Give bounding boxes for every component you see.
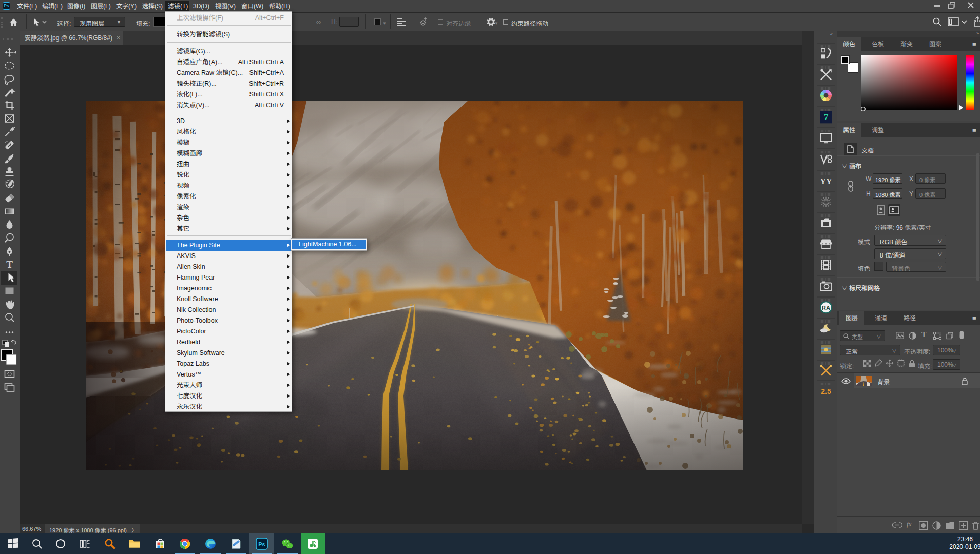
svg-text:YY: YY: [820, 177, 832, 186]
svg-text:Ps: Ps: [258, 541, 265, 547]
svg-text:7: 7: [824, 112, 829, 122]
svg-text:T: T: [6, 259, 13, 270]
svg-text:RA: RA: [822, 305, 830, 311]
svg-text:2.5: 2.5: [821, 387, 831, 395]
